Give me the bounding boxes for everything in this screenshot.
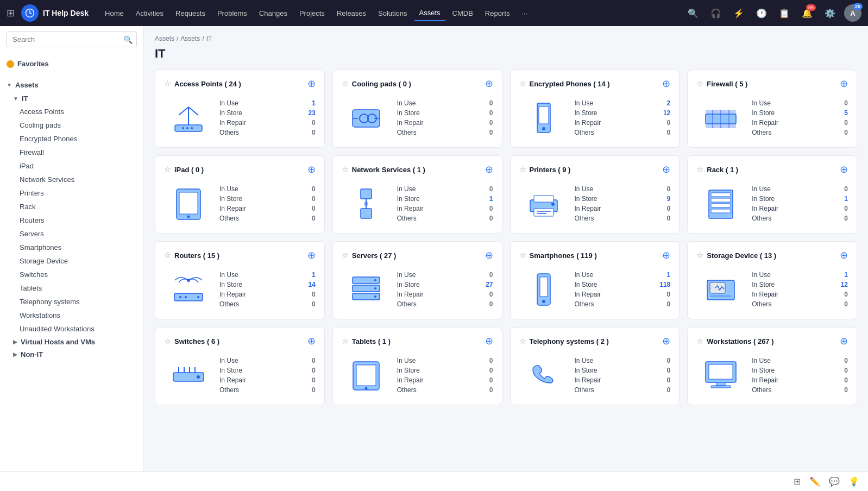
star-icon[interactable]: ☆ [519, 337, 526, 345]
card-stats: In Use 0 In Store 5 In Repair 0 Others 0 [752, 99, 848, 136]
add-button[interactable]: ⊕ [840, 249, 848, 261]
add-button[interactable]: ⊕ [307, 163, 316, 175]
add-button[interactable]: ⊕ [307, 78, 316, 90]
in-store-label: In Store [219, 109, 242, 117]
stat-in-store: In Store 0 [219, 367, 316, 374]
add-button[interactable]: ⊕ [307, 249, 316, 261]
sidebar-item-switches[interactable]: Switches [0, 268, 143, 281]
star-icon[interactable]: ☆ [696, 79, 703, 88]
svg-rect-38 [711, 204, 731, 207]
in-store-value: 0 [489, 109, 493, 117]
add-button[interactable]: ⊕ [485, 163, 493, 175]
nav-requests[interactable]: Requests [170, 6, 211, 21]
sidebar-item-unaudited-workstations[interactable]: Unaudited Workstations [0, 322, 143, 336]
star-icon[interactable]: ☆ [696, 251, 703, 260]
nav-more[interactable]: ··· [516, 6, 533, 21]
chat-icon[interactable]: 💬 [829, 476, 840, 487]
asset-card-printers: ☆ Printers ( 9 ) ⊕ In Use 0 In Store 9 [510, 155, 680, 234]
sidebar-item-firewall[interactable]: Firewall [0, 146, 143, 159]
sidebar-virtual-hosts-group[interactable]: ▶ Virtual Hosts and VMs [0, 336, 143, 348]
nav-changes[interactable]: Changes [254, 6, 293, 21]
add-button[interactable]: ⊕ [307, 335, 316, 347]
sidebar-item-storage-device[interactable]: Storage Device [0, 254, 143, 268]
add-button[interactable]: ⊕ [662, 78, 670, 90]
nav-assets[interactable]: Assets [414, 5, 446, 21]
breadcrumb-assets-2[interactable]: Assets [180, 35, 200, 42]
nav-solutions[interactable]: Solutions [373, 6, 412, 21]
star-icon[interactable]: ☆ [164, 337, 171, 345]
nav-releases[interactable]: Releases [331, 6, 372, 21]
add-button[interactable]: ⊕ [840, 335, 848, 347]
add-button[interactable]: ⊕ [485, 335, 493, 347]
sidebar-item-access-points[interactable]: Access Points [0, 105, 143, 118]
star-icon[interactable]: ☆ [696, 337, 703, 345]
sidebar-item-printers[interactable]: Printers [0, 186, 143, 200]
in-repair-label: In Repair [752, 291, 778, 298]
add-button[interactable]: ⊕ [662, 249, 670, 261]
breadcrumb-sep-2: / [202, 35, 204, 42]
nav-home[interactable]: Home [99, 6, 129, 21]
sidebar-item-rack[interactable]: Rack [0, 200, 143, 213]
add-button[interactable]: ⊕ [840, 78, 848, 90]
user-avatar[interactable]: A 25 [844, 4, 861, 22]
history-icon[interactable]: 🕐 [753, 4, 770, 22]
add-button[interactable]: ⊕ [662, 163, 670, 175]
sidebar-search-input[interactable] [7, 32, 137, 47]
nav-cmdb[interactable]: CMDB [447, 6, 479, 21]
card-body: In Use 1 In Store 12 In Repair 0 Others … [696, 268, 848, 311]
sidebar-assets-group[interactable]: ▼ Assets [0, 78, 143, 92]
add-button[interactable]: ⊕ [485, 78, 493, 90]
asset-card-encrypted-phones: ☆ Encrypted Phones ( 14 ) ⊕ In Use 2 In … [510, 70, 680, 148]
others-label: Others [752, 300, 771, 308]
star-icon[interactable]: ☆ [519, 251, 526, 260]
nav-projects[interactable]: Projects [294, 6, 330, 21]
card-title-text: Workstations ( 267 ) [707, 337, 773, 345]
add-button[interactable]: ⊕ [662, 335, 670, 347]
card-title-text: Network Services ( 1 ) [352, 166, 425, 174]
star-icon[interactable]: ☆ [164, 79, 171, 88]
star-icon[interactable]: ☆ [342, 165, 349, 174]
star-icon[interactable]: ☆ [164, 165, 171, 174]
sidebar-item-smartphones[interactable]: Smartphones [0, 241, 143, 254]
settings-icon[interactable]: ⚙️ [821, 4, 839, 22]
favorites-label: Favorites [17, 60, 49, 68]
sidebar-favorites[interactable]: Favorites [0, 56, 143, 71]
card-header: ☆ Switches ( 6 ) ⊕ [164, 335, 316, 347]
bulb-icon[interactable]: 💡 [848, 476, 859, 487]
tasks-icon[interactable]: 📋 [776, 4, 793, 22]
in-use-value: 0 [667, 357, 671, 364]
sidebar-item-ipad[interactable]: iPad [0, 159, 143, 173]
sidebar-item-servers[interactable]: Servers [0, 227, 143, 241]
lightning-icon[interactable]: ⚡ [730, 4, 747, 22]
nav-activities[interactable]: Activities [130, 6, 169, 21]
star-icon[interactable]: ☆ [519, 79, 526, 88]
sidebar-item-encrypted-phones[interactable]: Encrypted Phones [0, 132, 143, 146]
add-button[interactable]: ⊕ [840, 163, 848, 175]
star-icon[interactable]: ☆ [342, 251, 349, 260]
add-button[interactable]: ⊕ [485, 249, 493, 261]
in-use-label: In Use [219, 99, 238, 107]
star-icon[interactable]: ☆ [342, 337, 349, 345]
card-title: ☆ Routers ( 15 ) [164, 251, 219, 260]
sidebar-non-it-group[interactable]: ▶ Non-IT [0, 348, 143, 361]
notifications-icon[interactable]: 🔔 86 [798, 4, 816, 22]
nav-reports[interactable]: Reports [480, 6, 515, 21]
accessibility-icon[interactable]: ⊞ [794, 476, 801, 487]
sidebar-item-routers[interactable]: Routers [0, 213, 143, 227]
edit-icon[interactable]: ✏️ [809, 476, 820, 487]
search-button[interactable]: 🔍 [684, 4, 702, 22]
star-icon[interactable]: ☆ [342, 79, 349, 88]
sidebar-it-group[interactable]: ▼ IT [0, 92, 143, 105]
sidebar-item-telephony-systems[interactable]: Telephony systems [0, 295, 143, 309]
star-icon[interactable]: ☆ [519, 165, 526, 174]
nav-problems[interactable]: Problems [212, 6, 253, 21]
sidebar-item-network-services[interactable]: Network Services [0, 173, 143, 186]
breadcrumb-assets-1[interactable]: Assets [155, 35, 174, 42]
sidebar-item-workstations[interactable]: Workstations [0, 309, 143, 322]
headset-icon[interactable]: 🎧 [707, 4, 725, 22]
grid-icon[interactable]: ⊞ [7, 7, 15, 19]
star-icon[interactable]: ☆ [696, 165, 703, 174]
star-icon[interactable]: ☆ [164, 251, 171, 260]
sidebar-item-tablets[interactable]: Tablets [0, 281, 143, 295]
sidebar-item-cooling-pads[interactable]: Cooling pads [0, 118, 143, 132]
